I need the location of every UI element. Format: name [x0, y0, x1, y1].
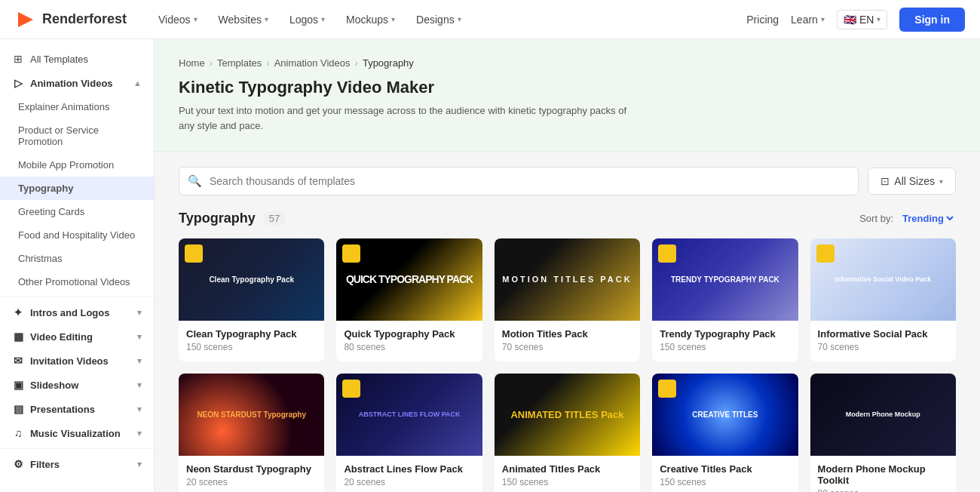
banner-description: Put your text into motion and get your m… [179, 103, 631, 133]
nav-mockups[interactable]: Mockups ▾ [337, 9, 404, 30]
monitor-icon: ▣ [12, 379, 24, 391]
card-title: Animated Titles Pack [502, 463, 632, 475]
breadcrumb-sep-1: › [210, 57, 213, 69]
thumb-label: NEON STARDUST Typography [197, 411, 306, 419]
play-circle-icon: ▷ [12, 77, 24, 89]
card-scenes: 150 scenes [502, 477, 632, 487]
search-icon: 🔍 [188, 174, 202, 188]
main-nav: Videos ▾ Websites ▾ Logos ▾ Mockups ▾ De… [149, 9, 746, 30]
page-title: Kinetic Typography Video Maker [179, 78, 956, 97]
card-info: Neon Stardust Typography 20 scenes [179, 456, 324, 492]
logo[interactable]: Renderforest [15, 9, 127, 30]
chevron-down-icon: ▾ [137, 332, 142, 342]
size-filter-button[interactable]: ⊡ All Sizes ▾ [868, 168, 956, 195]
template-card[interactable]: Modern Phone Mockup Modern Phone Mockup … [810, 374, 956, 492]
card-info: Motion Titles Pack 70 scenes [495, 321, 640, 361]
sidebar-item-presentations[interactable]: ▤ Presentations ▾ [0, 397, 154, 421]
breadcrumb-animation[interactable]: Animation Videos [274, 57, 351, 69]
page-layout: ⊞ All Templates ▷ Animation Videos ▲ Exp… [0, 39, 980, 492]
template-card[interactable]: ★ QUICK TYPOGRAPHY PACK Quick Typography… [336, 238, 482, 361]
card-thumbnail: ★ ABSTRACT LINES FLOW PACK [336, 374, 482, 456]
search-input-wrap: 🔍 [179, 167, 859, 195]
chevron-down-icon: ▾ [877, 15, 880, 23]
chevron-down-icon: ▾ [194, 15, 198, 23]
premium-badge: ★ [342, 244, 360, 263]
card-title: Abstract Lines Flow Pack [344, 463, 474, 475]
card-scenes: 20 scenes [344, 477, 474, 487]
learn-link[interactable]: Learn ▾ [791, 14, 825, 26]
premium-badge: ★ [658, 244, 676, 263]
card-thumbnail: ★ TRENDY TYPOGRAPHY PACK [652, 238, 798, 321]
sign-in-button[interactable]: Sign in [899, 8, 965, 32]
search-input[interactable] [179, 167, 859, 195]
breadcrumb-templates[interactable]: Templates [217, 57, 262, 69]
sidebar-item-product-promo[interactable]: Product or Service Promotion [0, 118, 154, 153]
nav-logos[interactable]: Logos ▾ [280, 9, 334, 30]
card-title: Clean Typography Pack [186, 328, 317, 340]
chevron-down-icon: ▾ [137, 460, 142, 469]
card-info: Informative Social Pack 70 scenes [810, 321, 956, 361]
template-grid-row2: NEON STARDUST Typography Neon Stardust T… [179, 374, 956, 492]
header-right: Pricing Learn ▾ 🇬🇧 EN ▾ Sign in [746, 8, 965, 32]
sidebar-item-explainer[interactable]: Explainer Animations [0, 95, 154, 118]
nav-websites[interactable]: Websites ▾ [210, 9, 277, 30]
sidebar-item-slideshow[interactable]: ▣ Slideshow ▾ [0, 373, 154, 397]
premium-badge: ★ [658, 380, 676, 398]
logo-text: Renderforest [42, 11, 127, 27]
language-selector[interactable]: 🇬🇧 EN ▾ [837, 10, 887, 29]
sidebar-divider [0, 297, 154, 297]
sidebar-item-animation-videos[interactable]: ▷ Animation Videos ▲ [0, 71, 154, 95]
card-info: Quick Typography Pack 80 scenes [336, 321, 482, 361]
sidebar-divider-2 [0, 448, 154, 449]
sidebar-item-food[interactable]: Food and Hospitality Video [0, 223, 154, 247]
card-info: Clean Typography Pack 150 scenes [179, 321, 324, 361]
premium-badge: ★ [342, 380, 360, 398]
template-card[interactable]: NEON STARDUST Typography Neon Stardust T… [179, 374, 324, 492]
category-banner: Home › Templates › Animation Videos › Ty… [155, 39, 980, 152]
template-card[interactable]: ★ Clean Typography Pack Clean Typography… [179, 238, 324, 361]
breadcrumb-home[interactable]: Home [179, 57, 205, 69]
template-card[interactable]: ANIMATED TITLES Pack Animated Titles Pac… [495, 374, 640, 492]
chevron-down-icon: ▾ [137, 429, 142, 438]
chevron-down-icon: ▾ [821, 15, 825, 23]
sidebar-item-mobile-app[interactable]: Mobile App Promotion [0, 153, 154, 177]
sidebar-item-video-editing[interactable]: ▦ Video Editing ▾ [0, 324, 154, 349]
grid-icon: ⊞ [12, 53, 24, 65]
card-thumbnail: MOTION TITLES PACK [495, 238, 640, 321]
section-header: Typography 57 Sort by: Trending Newest P… [179, 211, 956, 226]
nav-videos[interactable]: Videos ▾ [149, 9, 207, 30]
chevron-down-icon: ▾ [137, 308, 142, 318]
card-thumbnail: Modern Phone Mockup [810, 374, 956, 456]
sidebar-item-music[interactable]: ♫ Music Visualization ▾ [0, 421, 154, 445]
template-card[interactable]: MOTION TITLES PACK Motion Titles Pack 70… [495, 238, 640, 361]
template-card[interactable]: ★ CREATIVE TITLES Creative Titles Pack 1… [652, 374, 798, 492]
card-scenes: 20 scenes [186, 477, 317, 487]
chevron-down-icon: ▾ [458, 15, 461, 23]
pricing-link[interactable]: Pricing [746, 14, 779, 26]
chevron-down-icon: ▾ [265, 15, 268, 23]
sidebar-item-typography[interactable]: Typography [0, 177, 154, 200]
thumb-label: QUICK TYPOGRAPHY PACK [346, 273, 473, 285]
card-info: Trendy Typography Pack 150 scenes [652, 321, 798, 361]
thumb-label: CREATIVE TITLES [692, 411, 758, 419]
template-card[interactable]: ★ ABSTRACT LINES FLOW PACK Abstract Line… [336, 374, 482, 492]
template-grid-row1: ★ Clean Typography Pack Clean Typography… [179, 238, 956, 361]
sidebar-item-filters[interactable]: ⚙ Filters ▾ [0, 452, 154, 476]
card-scenes: 70 scenes [818, 342, 948, 352]
sidebar-item-invitation[interactable]: ✉ Invitation Videos ▾ [0, 349, 154, 373]
sort-select[interactable]: Trending Newest Popular [899, 212, 956, 225]
sidebar-item-other-promo[interactable]: Other Promotional Videos [0, 270, 154, 294]
sidebar-item-christmas[interactable]: Christmas [0, 247, 154, 270]
sidebar-item-all-templates[interactable]: ⊞ All Templates [0, 47, 154, 71]
card-scenes: 80 scenes [344, 342, 474, 352]
sidebar-item-intros[interactable]: ✦ Intros and Logos ▾ [0, 300, 154, 324]
film-icon: ▦ [12, 331, 24, 343]
card-thumbnail: NEON STARDUST Typography [179, 374, 324, 456]
nav-designs[interactable]: Designs ▾ [407, 9, 470, 30]
template-card[interactable]: ★ Informative Social Video Pack Informat… [810, 238, 956, 361]
template-card[interactable]: ★ TRENDY TYPOGRAPHY PACK Trendy Typograp… [652, 238, 798, 361]
card-thumbnail: ★ CREATIVE TITLES [652, 374, 798, 456]
thumb-label: Informative Social Video Pack [830, 271, 936, 288]
chevron-down-icon: ▾ [939, 177, 943, 186]
sidebar-item-greeting[interactable]: Greeting Cards [0, 200, 154, 223]
